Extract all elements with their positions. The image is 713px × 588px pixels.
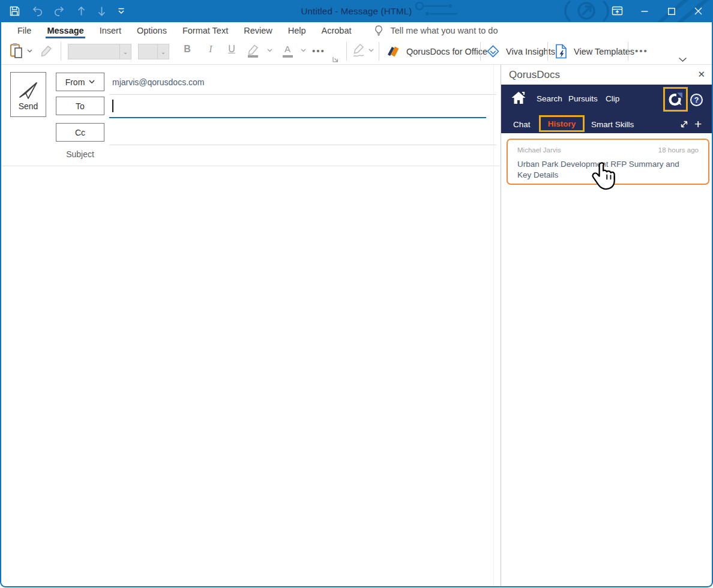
- tab-insert[interactable]: Insert: [92, 22, 129, 38]
- to-button[interactable]: To: [56, 97, 104, 115]
- ribbon: ⌄ ⌄ B I U A •••: [1, 38, 712, 65]
- dialog-launcher-icon: [332, 56, 338, 62]
- window-controls: [604, 0, 712, 22]
- help-button[interactable]: ?: [690, 94, 703, 106]
- tab-file[interactable]: File: [10, 22, 39, 38]
- bold-button[interactable]: B: [179, 44, 195, 55]
- italic-button[interactable]: I: [203, 44, 218, 55]
- from-field[interactable]: mjarvis@qorusdocs.com: [112, 73, 204, 91]
- tab-help[interactable]: Help: [280, 22, 314, 38]
- ribbon-divider: [480, 42, 481, 61]
- text-highlight-button[interactable]: [246, 43, 261, 59]
- maximize-button[interactable]: [658, 0, 685, 22]
- pane-close-button[interactable]: ✕: [697, 69, 705, 80]
- subject-input[interactable]: [109, 149, 496, 164]
- paste-dropdown[interactable]: [27, 49, 32, 53]
- previous-item-button[interactable]: [77, 6, 86, 16]
- new-chat-button[interactable]: +: [694, 118, 702, 130]
- expand-pane-button[interactable]: [679, 119, 689, 129]
- send-button[interactable]: Send: [10, 72, 46, 117]
- tab-message[interactable]: Message: [39, 22, 91, 38]
- qorusdocs-pane: QorusDocs ✕ Search Pursuits Clip ?: [501, 65, 712, 587]
- ribbon-tab-bar: File Message Insert Options Format Text …: [1, 22, 712, 38]
- tell-me-box[interactable]: Tell me what you want to do: [374, 22, 498, 38]
- signature-dropdown[interactable]: [369, 49, 374, 52]
- body-edge-line: [493, 65, 494, 587]
- tab-acrobat[interactable]: Acrobat: [314, 22, 360, 38]
- maximize-icon: [668, 8, 675, 15]
- minimize-button[interactable]: [631, 0, 658, 22]
- font-name-select[interactable]: ⌄: [68, 44, 131, 59]
- cc-button[interactable]: Cc: [56, 123, 104, 142]
- send-icon: [17, 80, 39, 100]
- message-body-editor[interactable]: [1, 166, 500, 587]
- lightbulb-icon: [374, 25, 384, 36]
- history-item-author: Michael Jarvis: [517, 146, 561, 154]
- redo-button[interactable]: [54, 6, 65, 16]
- to-input[interactable]: [109, 97, 496, 116]
- chevron-down-icon: [27, 49, 32, 53]
- tab-smart-skills[interactable]: Smart Skills: [591, 120, 634, 129]
- font-size-select[interactable]: ⌄: [138, 44, 169, 59]
- paste-button[interactable]: [10, 43, 24, 60]
- chevron-down-icon: [369, 49, 374, 52]
- font-size-value: [139, 44, 157, 59]
- chevron-overline-icon: [118, 8, 125, 14]
- to-label: To: [76, 101, 85, 111]
- history-item-meta: Michael Jarvis 18 hours ago: [517, 146, 699, 154]
- from-value: mjarvis@qorusdocs.com: [112, 77, 204, 87]
- nav-clip[interactable]: Clip: [606, 94, 619, 103]
- text-highlight-dropdown[interactable]: [267, 49, 272, 52]
- close-button[interactable]: [685, 0, 712, 22]
- qorusdocs-logo-icon: [667, 91, 684, 107]
- field-divider: [109, 94, 496, 95]
- tab-chat[interactable]: Chat: [513, 120, 531, 129]
- minimize-icon: [641, 8, 648, 15]
- ribbon-divider: [547, 42, 548, 61]
- format-painter-button[interactable]: [40, 44, 55, 59]
- font-color-dropdown[interactable]: [301, 49, 306, 52]
- field-divider: [109, 145, 496, 145]
- view-templates-label: View Templates: [574, 47, 634, 56]
- tab-history[interactable]: History: [548, 119, 576, 128]
- nav-pursuits[interactable]: Pursuits: [568, 94, 598, 103]
- home-icon: [511, 91, 526, 105]
- view-templates-button[interactable]: View Templates: [555, 38, 634, 64]
- qorusdocs-logo-button[interactable]: [667, 91, 684, 107]
- undo-button[interactable]: [31, 6, 43, 16]
- save-button[interactable]: [10, 6, 20, 16]
- collapse-ribbon-button[interactable]: [678, 57, 687, 62]
- paste-icon: [10, 43, 24, 60]
- from-label: From: [65, 77, 85, 87]
- next-item-button[interactable]: [97, 6, 106, 16]
- diagonal-expand-icon: [679, 119, 689, 129]
- signature-icon: [352, 43, 367, 59]
- tab-review[interactable]: Review: [236, 22, 280, 38]
- nav-search[interactable]: Search: [537, 94, 562, 103]
- more-formatting-button[interactable]: •••: [312, 46, 325, 56]
- qorusdocs-office-label: QorusDocs for Office: [406, 47, 487, 56]
- cc-input[interactable]: [109, 123, 496, 143]
- ribbon-divider: [628, 42, 628, 61]
- from-button[interactable]: From: [56, 73, 104, 91]
- font-dialog-launcher[interactable]: [332, 56, 338, 62]
- tab-format-text[interactable]: Format Text: [175, 22, 236, 38]
- underline-button[interactable]: U: [224, 44, 239, 55]
- addins-overflow-button[interactable]: •••: [635, 46, 648, 56]
- signature-button[interactable]: [352, 43, 367, 59]
- undo-icon: [31, 6, 43, 16]
- ribbon-divider: [379, 42, 379, 61]
- customize-qat-button[interactable]: [118, 8, 125, 14]
- chevron-down-icon: [678, 57, 687, 62]
- home-button[interactable]: [511, 91, 526, 105]
- font-color-button[interactable]: A: [280, 44, 295, 58]
- ribbon-display-options-button[interactable]: [604, 0, 631, 22]
- chevron-down-icon: [267, 49, 272, 52]
- qorusdocs-office-button[interactable]: QorusDocs for Office: [386, 38, 487, 64]
- viva-insights-button[interactable]: Viva Insights: [486, 38, 555, 64]
- chevron-down-icon: ⌄: [119, 44, 131, 59]
- chevron-down-icon: [89, 80, 95, 84]
- send-label: Send: [19, 101, 38, 111]
- font-color-letter: A: [284, 44, 290, 54]
- tab-options[interactable]: Options: [129, 22, 175, 38]
